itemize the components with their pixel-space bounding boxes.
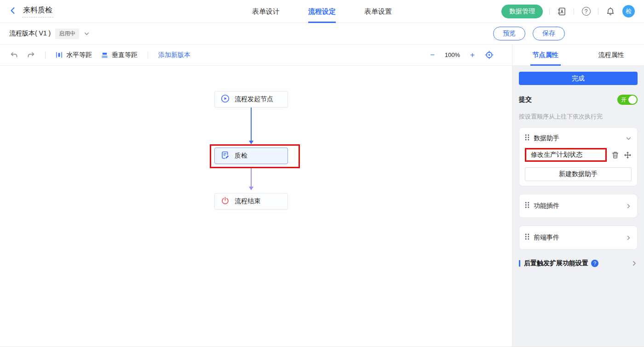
version-label: 流程版本( V1 ) [9,29,51,38]
target-icon[interactable] [485,51,494,59]
canvas-column: 水平等距 垂直等距 添加新版本 − 100% + [0,45,512,347]
play-icon [221,94,230,104]
properties-panel: 节点属性 流程属性 完成 提交 开 按设置顺序从上往下依次执行完 [512,45,644,347]
tab-form-settings[interactable]: 表单设置 [364,0,392,23]
frontend-events-header[interactable]: 前端事件 [525,232,632,244]
drag-handle-icon[interactable] [525,233,529,242]
trash-icon[interactable] [611,151,619,159]
divider [45,51,46,59]
divider [148,51,148,59]
chevron-down-icon[interactable] [626,136,632,142]
node-label: 流程结束 [235,197,260,205]
frontend-events-title: 前端事件 [534,233,559,242]
drag-handle-icon[interactable] [525,202,529,210]
edge-start-to-qc [251,108,252,141]
tab-flow-setting[interactable]: 流程设定 [308,0,336,23]
submit-row: 提交 开 [519,95,638,105]
post-trigger-title: 后置触发扩展功能设置 [524,259,588,267]
header-tabs: 表单设计 流程设定 表单设置 [252,0,392,23]
data-assistant-item[interactable]: 修改生产计划状态 [526,149,605,160]
chevron-right-icon[interactable] [626,203,632,209]
drag-handle-icon[interactable] [525,134,529,142]
data-manage-button[interactable]: 数据管理 [501,5,543,18]
main-area: 水平等距 垂直等距 添加新版本 − 100% + [0,45,644,347]
form-edit-icon [221,151,230,161]
divider [574,8,574,15]
vertical-spacing-icon[interactable] [101,51,108,58]
panel-body: 完成 提交 开 按设置顺序从上往下依次执行完 数据助手 [512,66,644,347]
tab-label: 流程属性 [596,45,627,66]
node-quality-check[interactable]: 质检 [214,148,288,164]
submit-toggle[interactable]: 开 [617,95,638,105]
node-flow-end[interactable]: 流程结束 [214,193,288,210]
chevron-down-icon[interactable] [84,31,90,37]
arrowhead-purple [249,187,253,190]
address-book-icon[interactable] [556,6,567,17]
plugins-title: 功能插件 [534,202,559,210]
divider [598,8,598,15]
section-data-assistant: 数据助手 修改生产计划状态 [519,127,638,186]
undo-icon[interactable] [10,51,18,58]
new-data-assistant-button[interactable]: 新建数据助手 [525,167,632,181]
done-button[interactable]: 完成 [519,72,638,85]
help-icon[interactable]: ? [581,6,592,17]
back-icon [9,7,17,16]
node-label: 质检 [235,152,247,160]
panel-tabs: 节点属性 流程属性 [512,45,644,66]
chevron-right-icon[interactable] [631,260,638,267]
zoom-level: 100% [445,51,460,58]
bell-icon[interactable] [605,6,616,17]
help-glyph: ? [585,8,588,15]
preview-button[interactable]: 预览 [493,27,525,40]
chevron-right-icon[interactable] [626,235,632,241]
data-assistant-item-row: 修改生产计划状态 [525,148,632,162]
zoom-controls: − 100% + [430,51,494,59]
toggle-knob [628,96,637,104]
tab-form-design[interactable]: 表单设计 [252,0,280,23]
header-actions: 数据管理 ? 检 [501,5,635,18]
page-title[interactable]: 来料质检 [22,6,53,17]
status-badge: 启用中 [55,28,79,39]
power-icon [221,196,230,206]
flow-canvas[interactable]: 流程发起节点 质检 [0,66,512,347]
execution-hint: 按设置顺序从上往下依次执行完 [519,113,638,121]
help-filled-icon[interactable]: ? [591,260,598,267]
arrowhead-blue [249,141,253,144]
divider [549,8,550,15]
zoom-in-button[interactable]: + [470,51,475,59]
vertical-spacing-label[interactable]: 垂直等距 [112,51,138,59]
edge-qc-to-end [251,168,252,187]
node-flow-start[interactable]: 流程发起节点 [214,91,288,108]
version-bar: 流程版本( V1 ) 启用中 预览 保存 [0,23,644,45]
redo-icon[interactable] [27,51,35,58]
tab-node-properties[interactable]: 节点属性 [512,45,578,65]
zoom-out-button[interactable]: − [430,51,435,59]
toggle-on-label: 开 [621,95,627,105]
avatar[interactable]: 检 [622,5,635,17]
section-frontend-events: 前端事件 [519,226,638,250]
post-trigger-section[interactable]: 后置触发扩展功能设置 ? [519,259,638,267]
annotation-highlight-item: 修改生产计划状态 [525,148,607,162]
plugins-header[interactable]: 功能插件 [525,200,632,212]
tab-label: 节点属性 [530,45,561,66]
app-header: 来料质检 表单设计 流程设定 表单设置 数据管理 ? 检 [0,0,644,23]
data-assistant-header[interactable]: 数据助手 [525,132,632,144]
section-marker [519,260,520,267]
canvas-toolbar: 水平等距 垂直等距 添加新版本 − 100% + [0,45,512,66]
horizontal-spacing-icon[interactable] [56,51,63,58]
node-label: 流程发起节点 [235,95,273,103]
add-version-button[interactable]: 添加新版本 [158,51,190,59]
horizontal-spacing-label[interactable]: 水平等距 [66,51,92,59]
submit-label: 提交 [519,96,532,104]
save-button[interactable]: 保存 [533,27,565,40]
data-assistant-title: 数据助手 [534,134,559,142]
tab-flow-properties[interactable]: 流程属性 [578,45,644,65]
section-plugins: 功能插件 [519,194,638,218]
back-button[interactable] [9,7,17,16]
version-actions: 预览 保存 [493,27,565,40]
move-icon[interactable] [624,151,632,159]
